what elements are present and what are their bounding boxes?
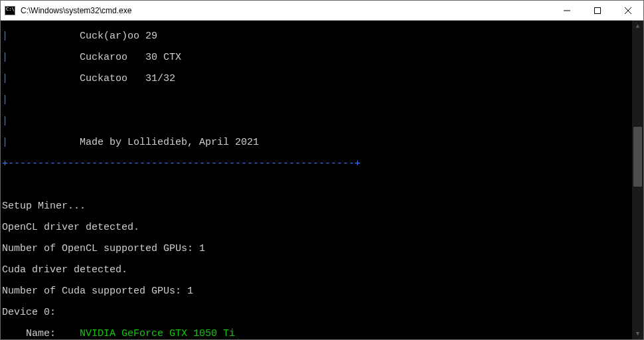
gpu-name: NVIDIA GeForce GTX 1050 Ti	[80, 328, 235, 339]
vertical-scrollbar[interactable]: ▲ ▼	[632, 21, 643, 339]
banner-line: | Cuckaroo 30 CTX	[2, 52, 631, 63]
titlebar[interactable]: C:\Windows\system32\cmd.exe	[1, 1, 643, 21]
device-name-line: Name: NVIDIA GeForce GTX 1050 Ti	[2, 329, 631, 339]
setup-line: Cuda driver detected.	[2, 265, 631, 276]
maximize-icon	[594, 7, 601, 14]
window-buttons	[552, 1, 643, 20]
banner-line: | Cuckatoo 31/32	[2, 74, 631, 84]
close-button[interactable]	[613, 1, 643, 20]
cmd-icon	[5, 6, 15, 15]
setup-line: Number of OpenCL supported GPUs: 1	[2, 244, 631, 254]
scroll-up-icon[interactable]: ▲	[632, 21, 643, 32]
window-title: C:\Windows\system32\cmd.exe	[19, 6, 552, 15]
banner-line: |	[2, 95, 631, 106]
minimize-button[interactable]	[552, 1, 582, 20]
banner-line: | Made by Lolliedieb, April 2021	[2, 137, 631, 148]
setup-line: Setup Miner...	[2, 201, 631, 212]
setup-line: OpenCL driver detected.	[2, 222, 631, 233]
banner-line: |	[2, 116, 631, 127]
banner-line: | Cuck(ar)oo 29	[2, 31, 631, 42]
close-icon	[625, 7, 631, 14]
setup-line: Device 0:	[2, 307, 631, 318]
scroll-down-icon[interactable]: ▼	[632, 328, 643, 339]
cmd-window: C:\Windows\system32\cmd.exe | Cuck(ar)oo…	[0, 0, 644, 340]
banner-separator: +---------------------------------------…	[2, 159, 631, 169]
minimize-icon	[564, 7, 570, 14]
maximize-button[interactable]	[582, 1, 613, 20]
scrollbar-thumb[interactable]	[633, 127, 642, 187]
console-area[interactable]: | Cuck(ar)oo 29 | Cuckaroo 30 CTX | Cuck…	[1, 21, 643, 339]
setup-line: Number of Cuda supported GPUs: 1	[2, 286, 631, 297]
app-icon	[1, 6, 19, 15]
svg-rect-1	[595, 7, 601, 13]
console-output: | Cuck(ar)oo 29 | Cuckaroo 30 CTX | Cuck…	[2, 21, 631, 339]
blank-line	[2, 180, 631, 191]
